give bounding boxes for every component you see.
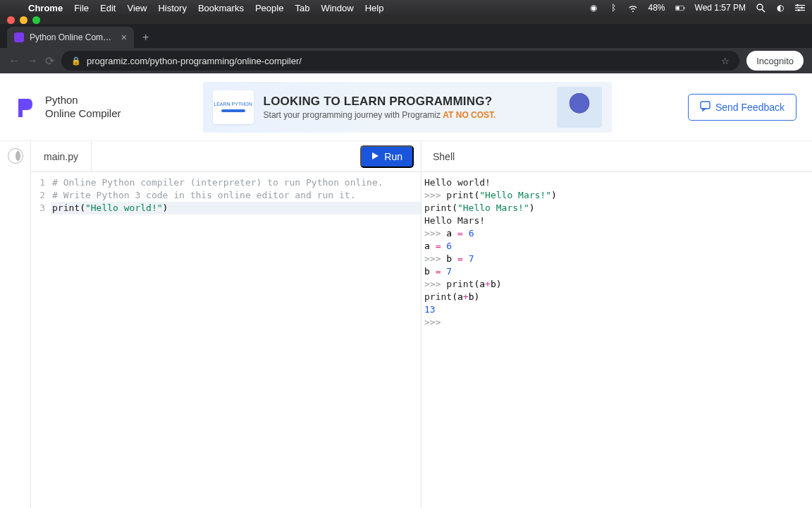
menubar-item-file[interactable]: File bbox=[74, 3, 89, 13]
browser-toolbar: ← → ⟳ 🔒 programiz.com/python-programming… bbox=[0, 48, 812, 73]
menubar-item-help[interactable]: Help bbox=[365, 3, 384, 13]
page-header: Python Online Compiler LEARN PYTHON LOOK… bbox=[0, 73, 812, 141]
menubar-item-tab[interactable]: Tab bbox=[295, 3, 309, 13]
bluetooth-icon[interactable]: ᛒ bbox=[608, 3, 618, 13]
svg-point-10 bbox=[798, 9, 800, 11]
run-button[interactable]: Run bbox=[360, 145, 414, 168]
svg-rect-2 bbox=[684, 6, 684, 8]
code-line-1: # Online Python compiler (interpreter) t… bbox=[51, 176, 421, 189]
incognito-badge[interactable]: Incognito bbox=[746, 51, 804, 71]
control-center-icon[interactable] bbox=[795, 3, 805, 13]
screen-record-icon[interactable]: ◉ bbox=[589, 3, 598, 13]
browser-tab[interactable]: Python Online Compiler (Interp × bbox=[7, 27, 134, 48]
forward-button[interactable]: → bbox=[27, 54, 38, 67]
shell-header: Shell bbox=[422, 141, 812, 172]
menubar-datetime[interactable]: Wed 1:57 PM bbox=[695, 3, 746, 13]
code-editor[interactable]: 1 2 3 # Online Python compiler (interpre… bbox=[31, 172, 421, 508]
logo-line1: Python bbox=[45, 94, 121, 107]
left-rail bbox=[0, 141, 31, 508]
send-feedback-button[interactable]: Send Feedback bbox=[688, 94, 796, 121]
apple-icon[interactable] bbox=[7, 3, 17, 13]
shell-line: print(a+b) bbox=[424, 291, 809, 303]
menubar-item-bookmarks[interactable]: Bookmarks bbox=[198, 3, 244, 13]
back-button[interactable]: ← bbox=[8, 54, 20, 67]
spotlight-icon[interactable] bbox=[756, 3, 765, 13]
url-text: programiz.com/python-programming/online-… bbox=[87, 56, 302, 66]
file-tab-main[interactable]: main.py bbox=[31, 141, 92, 171]
code-line-3: print("Hello world!") bbox=[51, 202, 421, 214]
lock-icon: 🔒 bbox=[71, 56, 81, 66]
line-gutter: 1 2 3 bbox=[31, 176, 51, 508]
feedback-icon bbox=[700, 101, 710, 114]
address-bar[interactable]: 🔒 programiz.com/python-programming/onlin… bbox=[61, 51, 739, 71]
bookmark-star-icon[interactable]: ☆ bbox=[721, 56, 730, 66]
shell-output[interactable]: Hello world! >>> print("Hello Mars!") pr… bbox=[422, 172, 812, 508]
tab-close-button[interactable]: × bbox=[121, 32, 127, 43]
shell-line: Hello world! bbox=[424, 176, 809, 189]
browser-tabbar: Python Online Compiler (Interp × + bbox=[0, 24, 812, 48]
window-zoom-button[interactable] bbox=[32, 16, 40, 24]
logo-line2: Online Compiler bbox=[45, 107, 121, 121]
menubar-app-name[interactable]: Chrome bbox=[28, 3, 63, 13]
shell-pane: Shell Hello world! >>> print("Hello Mars… bbox=[422, 141, 812, 508]
window-close-button[interactable] bbox=[7, 16, 15, 24]
wifi-icon[interactable] bbox=[628, 3, 638, 13]
menubar-item-people[interactable]: People bbox=[255, 3, 283, 13]
banner-card-label: LEARN PYTHON bbox=[214, 102, 252, 107]
shell-line: 13 bbox=[424, 303, 809, 316]
feedback-label: Send Feedback bbox=[715, 102, 785, 113]
banner-illustration-icon bbox=[557, 87, 602, 128]
new-tab-button[interactable]: + bbox=[134, 27, 157, 48]
incognito-label: Incognito bbox=[756, 56, 794, 66]
theme-toggle-icon[interactable] bbox=[8, 148, 23, 164]
banner-card: LEARN PYTHON bbox=[213, 90, 254, 124]
run-label: Run bbox=[384, 151, 402, 162]
window-controls bbox=[0, 16, 812, 24]
banner-card-cta bbox=[221, 109, 245, 112]
shell-line: >>> bbox=[424, 316, 809, 329]
reload-button[interactable]: ⟳ bbox=[45, 54, 54, 68]
file-tab-label: main.py bbox=[44, 151, 78, 162]
shell-line: print("Hello Mars!") bbox=[424, 202, 809, 214]
promo-banner[interactable]: LEARN PYTHON LOOKING TO LEARN PROGRAMMIN… bbox=[203, 82, 612, 133]
menubar-item-history[interactable]: History bbox=[158, 3, 186, 13]
tab-favicon-icon bbox=[14, 32, 24, 42]
code-line-2: # Write Python 3 code in this online edi… bbox=[51, 189, 421, 202]
logo-text: Python Online Compiler bbox=[45, 94, 121, 121]
svg-rect-11 bbox=[701, 102, 710, 109]
svg-line-4 bbox=[762, 9, 765, 12]
battery-percent[interactable]: 48% bbox=[648, 3, 665, 13]
workspace: main.py Run 1 2 3 # Online Python compil… bbox=[0, 141, 812, 508]
shell-line: a = 6 bbox=[424, 240, 809, 253]
battery-icon[interactable] bbox=[675, 3, 685, 13]
shell-line: >>> a = 6 bbox=[424, 227, 809, 240]
window-minimize-button[interactable] bbox=[20, 16, 27, 24]
shell-line: b = 7 bbox=[424, 265, 809, 278]
shell-line: >>> print("Hello Mars!") bbox=[424, 189, 809, 202]
shell-line: >>> print(a+b) bbox=[424, 278, 809, 291]
shell-title: Shell bbox=[433, 151, 455, 162]
shell-line: >>> b = 7 bbox=[424, 253, 809, 265]
svg-point-8 bbox=[796, 4, 799, 6]
programiz-logo-icon[interactable] bbox=[16, 96, 34, 119]
macos-menubar: Chrome File Edit View History Bookmarks … bbox=[0, 0, 812, 16]
svg-rect-1 bbox=[676, 6, 679, 9]
siri-icon[interactable]: ◐ bbox=[775, 3, 785, 13]
svg-point-9 bbox=[801, 7, 803, 9]
editor-tabbar: main.py Run bbox=[31, 141, 421, 172]
page-content: Python Online Compiler LEARN PYTHON LOOK… bbox=[0, 73, 812, 508]
menubar-item-window[interactable]: Window bbox=[321, 3, 353, 13]
banner-title: LOOKING TO LEARN PROGRAMMING? bbox=[264, 95, 547, 109]
shell-line: Hello Mars! bbox=[424, 214, 809, 227]
play-icon bbox=[371, 151, 379, 162]
code-lines: # Online Python compiler (interpreter) t… bbox=[51, 176, 421, 508]
menubar-item-view[interactable]: View bbox=[127, 3, 147, 13]
banner-subtitle: Start your programming journey with Prog… bbox=[264, 110, 547, 120]
tab-title: Python Online Compiler (Interp bbox=[30, 32, 116, 42]
menubar-item-edit[interactable]: Edit bbox=[100, 3, 116, 13]
svg-point-3 bbox=[757, 4, 763, 10]
editor-pane: main.py Run 1 2 3 # Online Python compil… bbox=[31, 141, 422, 508]
